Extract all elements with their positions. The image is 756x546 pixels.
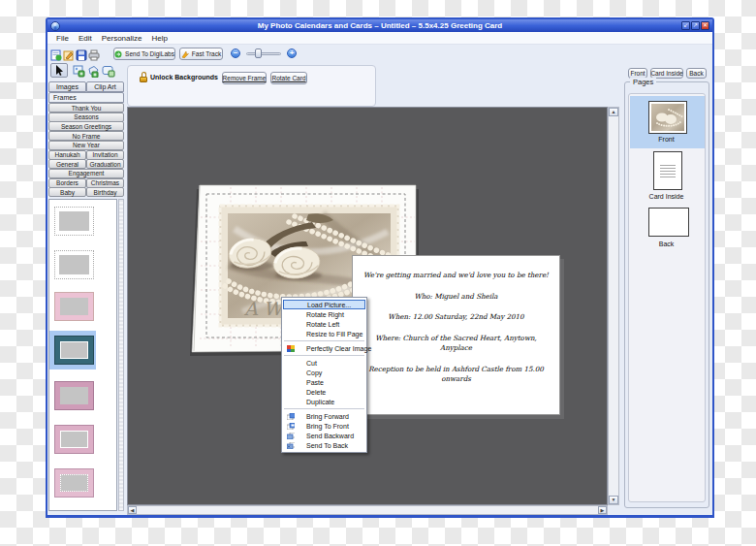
tab-clip-art[interactable]: Clip Art (86, 81, 124, 92)
menu-bar: File Edit Personalize Help (47, 32, 712, 45)
context-menu-rotate-left[interactable]: Rotate Left (282, 319, 366, 329)
app-window: My Photo Calendars and Cards – Untitled … (46, 17, 714, 518)
print-icon[interactable] (88, 48, 100, 59)
menu-edit[interactable]: Edit (74, 34, 97, 43)
zoom-in-button[interactable]: + (287, 48, 297, 58)
tab-images[interactable]: Images (48, 81, 86, 92)
bring-to-front-icon (287, 423, 295, 430)
context-menu-load-picture[interactable]: Load Picture... (283, 300, 365, 309)
scroll-left-arrow[interactable]: ◀ (128, 506, 137, 514)
maximize-button[interactable]: ↗ (691, 21, 700, 30)
frame-thumbnail-1[interactable] (54, 207, 94, 236)
pages-panel: Pages Front Card Inside Back (624, 81, 709, 508)
add-frame-tool[interactable] (102, 64, 113, 76)
page-thumb-front[interactable] (648, 101, 687, 134)
screenshot-root: My Photo Calendars and Cards – Untitled … (0, 0, 756, 546)
context-menu-send-to-back[interactable]: Send To Back (282, 440, 366, 450)
send-to-back-icon (287, 442, 295, 449)
category-engagement[interactable]: Engagement (48, 169, 124, 178)
send-to-digilabs-button[interactable]: Send To DigiLabs (113, 48, 175, 60)
category-christmas[interactable]: Christmas (86, 178, 124, 188)
add-image-tool[interactable] (73, 64, 84, 76)
frame-thumbnail-list (48, 199, 117, 511)
page-thumb-back[interactable] (648, 208, 689, 237)
fast-track-icon (181, 50, 189, 58)
category-thank-you[interactable]: Thank You (48, 103, 124, 112)
menu-personalize[interactable]: Personalize (97, 34, 147, 43)
zoom-slider[interactable] (246, 48, 281, 59)
remove-frame-button[interactable]: Remove Frame (222, 72, 267, 84)
menu-help[interactable]: Help (147, 34, 173, 43)
context-menu-delete[interactable]: Delete (282, 387, 366, 397)
context-menu-rotate-right[interactable]: Rotate Right (282, 309, 366, 319)
save-icon[interactable] (76, 48, 87, 59)
context-menu-resize-to-fill-page[interactable]: Resize to Fill Page (282, 329, 366, 338)
edit-icon[interactable] (63, 48, 75, 59)
close-button[interactable]: ✕ (701, 21, 709, 30)
pointer-tool[interactable] (50, 63, 68, 78)
add-shape-tool[interactable] (87, 64, 99, 76)
page-thumb-card-inside[interactable] (653, 151, 682, 190)
category-new-year[interactable]: New Year (48, 141, 124, 150)
context-menu-bring-forward[interactable]: Bring Forward (282, 411, 366, 421)
category-seasons[interactable]: Seasons (48, 112, 124, 122)
frame-thumbnail-7[interactable] (54, 468, 94, 498)
context-menu-send-backward[interactable]: Send Backward (282, 431, 366, 440)
rotate-card-button[interactable]: Rotate Card (270, 72, 307, 84)
category-graduation[interactable]: Graduation (86, 159, 124, 169)
invitation-line-1: We're getting married and we'd love you … (362, 271, 551, 281)
category-birthday[interactable]: Birthday (86, 187, 124, 197)
send-backward-icon (287, 433, 295, 439)
context-menu-paste[interactable]: Paste (282, 377, 366, 387)
scroll-up-arrow[interactable]: ▲ (609, 108, 618, 116)
unlock-backgrounds-label[interactable]: Unlock Backgrounds (150, 74, 218, 80)
frame-thumbnail-6[interactable] (54, 425, 94, 454)
category-baby[interactable]: Baby (48, 187, 86, 197)
invitation-line-3: When: 12.00 Saturday, 22nd May 2010 (362, 312, 551, 323)
new-document-icon[interactable] (50, 48, 62, 59)
context-menu-duplicate[interactable]: Duplicate (282, 397, 366, 406)
scroll-down-arrow[interactable]: ▼ (609, 496, 618, 504)
page-label-back: Back (629, 241, 704, 247)
context-menu-copy[interactable]: Copy (282, 368, 366, 377)
frame-thumbnail-4[interactable] (54, 336, 94, 365)
send-icon (114, 50, 122, 58)
pages-panel-label: Pages (630, 78, 656, 86)
context-menu-bring-to-front[interactable]: Bring To Front (282, 421, 366, 431)
canvas-horizontal-scrollbar[interactable]: ◀ ▶ (127, 505, 608, 515)
zoom-slider-thumb[interactable] (255, 48, 262, 58)
context-menu-perfectly-clear-image[interactable]: Perfectly Clear Image (282, 343, 366, 353)
minimize-button[interactable]: ↙ (681, 21, 690, 30)
frame-thumbnail-3[interactable] (54, 292, 94, 321)
perfectly-clear-icon (287, 345, 295, 352)
sidebar-scrollbar[interactable] (118, 199, 124, 511)
photo-caption: A W (243, 298, 286, 319)
invitation-text-block[interactable]: We're getting married and we'd love you … (352, 255, 560, 415)
context-menu-cut[interactable]: Cut (282, 358, 366, 368)
tab-frames[interactable]: Frames (48, 92, 124, 103)
bring-forward-icon (287, 413, 295, 420)
frame-thumbnail-5[interactable] (54, 381, 94, 410)
scroll-right-arrow[interactable]: ▶ (598, 506, 607, 514)
card-canvas[interactable]: A W We're getting married and we'd love … (127, 107, 608, 505)
frame-thumbnail-2[interactable] (54, 250, 94, 279)
zoom-out-button[interactable]: − (231, 48, 240, 58)
category-invitation[interactable]: Invitation (86, 150, 124, 160)
fast-track-button[interactable]: Fast Track (179, 48, 223, 60)
category-season-greetings[interactable]: Season Greetings (48, 121, 124, 131)
menu-file[interactable]: File (51, 34, 74, 43)
category-hanukah[interactable]: Hanukah (48, 150, 86, 160)
page-label-front: Front (629, 136, 704, 143)
invitation-line-4: Where: Church of the Sacred Heart, Anyto… (362, 334, 551, 354)
category-borders[interactable]: Borders (48, 178, 86, 188)
context-menu: Load Picture... Rotate Right Rotate Left… (281, 297, 367, 453)
invitation-line-5: Reception to be held in Ashford Castle f… (362, 365, 551, 385)
category-no-frame[interactable]: No Frame (48, 131, 124, 141)
category-general[interactable]: General (48, 159, 86, 169)
title-bar[interactable]: My Photo Calendars and Cards – Untitled … (47, 19, 712, 32)
canvas-vertical-scrollbar[interactable]: ▲ ▼ (608, 107, 619, 505)
invitation-line-2: Who: Miguel and Sheila (362, 292, 551, 303)
back-page-button[interactable]: Back (686, 68, 707, 79)
page-label-card-inside: Card Inside (629, 193, 704, 200)
background-options-panel: Unlock Backgrounds Remove Frame Rotate C… (127, 65, 376, 107)
